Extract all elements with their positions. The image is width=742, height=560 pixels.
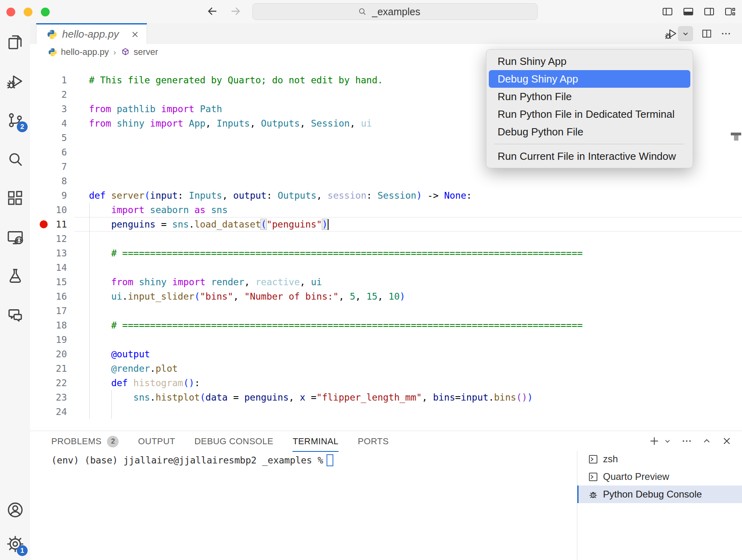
line-number[interactable]: 14 (30, 260, 74, 275)
activity-item-run-and-debug[interactable] (6, 72, 24, 91)
panel-tab-ports[interactable]: PORTS (358, 431, 389, 452)
activity-item-account[interactable] (6, 501, 24, 519)
code-line-21[interactable]: 21 @render.plot (30, 361, 742, 376)
code-line-18[interactable]: 18 # ===================================… (30, 318, 742, 332)
code-line-17[interactable]: 17 (30, 304, 742, 318)
line-content (74, 174, 89, 188)
breakpoint-dot[interactable] (40, 220, 48, 228)
code-line-24[interactable]: 24 (30, 405, 742, 419)
line-number[interactable]: 11 (30, 217, 74, 232)
toggle-panel-icon[interactable] (683, 6, 694, 17)
line-number[interactable]: 10 (30, 203, 74, 217)
breadcrumb-file[interactable]: hello-app.py (61, 47, 109, 57)
close-panel-icon[interactable] (721, 435, 732, 447)
bug-icon (588, 489, 599, 500)
search-input[interactable] (371, 6, 433, 18)
line-number[interactable]: 3 (30, 102, 74, 116)
line-content: def histogram(): (74, 376, 200, 390)
run-options-chevron[interactable] (678, 26, 693, 41)
code-line-11[interactable]: 11 penguins = sns.load_dataset("penguins… (30, 217, 742, 232)
terminal-content[interactable]: (env) (base) jjallaire@jjallairesmbp2 _e… (51, 454, 333, 466)
line-number[interactable]: 5 (30, 131, 74, 145)
code-line-13[interactable]: 13 # ===================================… (30, 246, 742, 260)
activity-item-settings[interactable]: 1 (6, 535, 24, 553)
panel-tab-terminal[interactable]: TERMINAL (292, 431, 338, 452)
code-line-10[interactable]: 10 import seaborn as sns (30, 203, 742, 217)
line-number[interactable]: 17 (30, 304, 74, 318)
code-line-9[interactable]: 9def server(input: Inputs, output: Outpu… (30, 188, 742, 203)
activity-item-testing[interactable] (6, 267, 24, 286)
menu-item-run-python-file[interactable]: Run Python File (489, 88, 690, 105)
line-number[interactable]: 16 (30, 289, 74, 304)
code-line-19[interactable]: 19 (30, 332, 742, 347)
customize-layout-icon[interactable] (724, 6, 736, 17)
line-number[interactable]: 21 (30, 361, 74, 376)
activity-item-remote-explorer[interactable] (6, 228, 24, 247)
menu-item-debug-shiny-app[interactable]: Debug Shiny App (489, 70, 690, 88)
menu-item-run-shiny-app[interactable]: Run Shiny App (489, 52, 690, 70)
line-number[interactable]: 9 (30, 188, 74, 203)
line-number[interactable]: 1 (30, 73, 74, 87)
close-tab-icon[interactable] (130, 30, 140, 39)
activity-item-search[interactable] (6, 150, 24, 169)
line-number[interactable]: 18 (30, 318, 74, 332)
activity-item-explorer[interactable] (6, 33, 24, 51)
editor-tab-strip: hello-app.py (30, 23, 742, 44)
panel-more-actions-icon[interactable] (681, 435, 692, 447)
line-number[interactable]: 13 (30, 246, 74, 260)
line-content: from shiny import App, Inputs, Outputs, … (74, 116, 372, 131)
terminal-list: zshQuarto PreviewPython Debug Console (577, 450, 742, 503)
activity-item-comments[interactable] (6, 306, 24, 325)
panel-tab-problems[interactable]: PROBLEMS2 (51, 431, 119, 452)
line-number[interactable]: 6 (30, 145, 74, 159)
launch-profile-chevron-icon[interactable] (663, 436, 672, 446)
command-center-search[interactable] (252, 3, 538, 20)
terminal-item-label: Python Debug Console (603, 489, 702, 500)
search-icon (357, 7, 367, 16)
code-line-23[interactable]: 23 sns.histplot(data = penguins, x ="fli… (30, 390, 742, 405)
code-line-12[interactable]: 12 (30, 232, 742, 246)
maximize-panel-icon[interactable] (701, 435, 712, 447)
code-line-15[interactable]: 15 from shiny import render, reactive, u… (30, 275, 742, 289)
line-number[interactable]: 4 (30, 116, 74, 131)
code-line-22[interactable]: 22 def histogram(): (30, 376, 742, 390)
line-number[interactable]: 23 (30, 390, 74, 405)
menu-item-run-python-file-in-dedicated-terminal[interactable]: Run Python File in Dedicated Terminal (489, 105, 690, 123)
zoom-window-button[interactable] (41, 8, 50, 16)
terminal-list-item-python-debug-console[interactable]: Python Debug Console (577, 485, 742, 503)
line-number[interactable]: 7 (30, 159, 74, 174)
terminal-list-item-zsh[interactable]: zsh (577, 450, 742, 468)
line-number[interactable]: 15 (30, 275, 74, 289)
line-number[interactable]: 2 (30, 87, 74, 102)
new-terminal-icon[interactable] (648, 435, 660, 447)
code-line-8[interactable]: 8 (30, 174, 742, 188)
toggle-secondary-sidebar-icon[interactable] (704, 6, 715, 17)
line-number[interactable]: 8 (30, 174, 74, 188)
line-number[interactable]: 22 (30, 376, 74, 390)
more-actions-icon[interactable] (720, 28, 732, 39)
menu-item-run-current-file-in-interactive-window[interactable]: Run Current File in Interactive Window (489, 147, 690, 165)
debug-run-icon[interactable] (664, 27, 678, 40)
line-content (74, 332, 89, 347)
panel-tab-debug-console[interactable]: DEBUG CONSOLE (194, 431, 273, 452)
line-number[interactable]: 24 (30, 405, 74, 419)
terminal-list-item-quarto-preview[interactable]: Quarto Preview (577, 468, 742, 485)
code-line-20[interactable]: 20 @output (30, 347, 742, 361)
toggle-primary-sidebar-icon[interactable] (662, 6, 673, 17)
code-line-16[interactable]: 16 ui.input_slider("bins", "Number of bi… (30, 289, 742, 304)
activity-item-source-control[interactable]: 2 (6, 111, 24, 129)
back-arrow-icon[interactable] (206, 5, 219, 18)
forward-arrow-icon[interactable] (229, 5, 242, 18)
code-line-14[interactable]: 14 (30, 260, 742, 275)
line-number[interactable]: 12 (30, 232, 74, 246)
menu-item-debug-python-file[interactable]: Debug Python File (489, 123, 690, 141)
panel-tab-output[interactable]: OUTPUT (138, 431, 175, 452)
line-number[interactable]: 20 (30, 347, 74, 361)
minimize-window-button[interactable] (24, 8, 32, 16)
split-editor-icon[interactable] (701, 28, 712, 39)
tab-hello-app[interactable]: hello-app.py (36, 23, 147, 44)
breadcrumb-symbol[interactable]: server (134, 47, 158, 57)
activity-item-extensions[interactable] (6, 189, 24, 207)
close-window-button[interactable] (6, 8, 15, 16)
line-number[interactable]: 19 (30, 332, 74, 347)
